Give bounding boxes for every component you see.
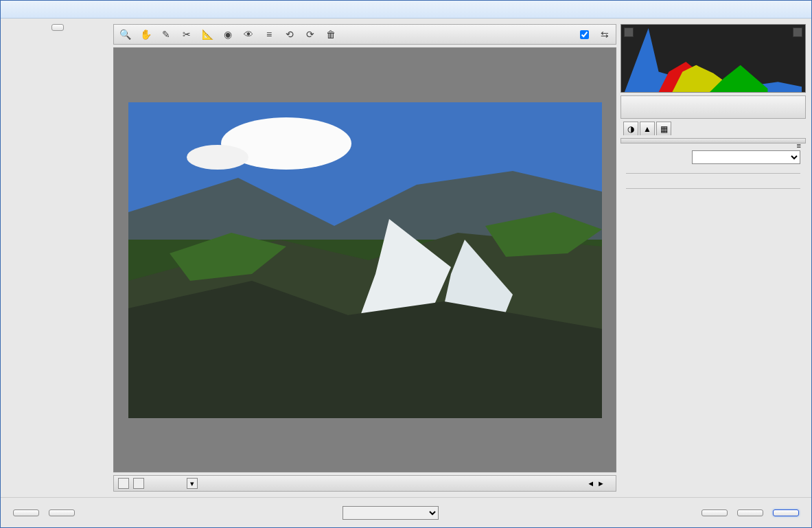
- tab-detail-icon[interactable]: ▦: [656, 122, 671, 135]
- toolbar: 🔍 ✋ ✎ ✂ 📐 ◉ 👁 ≡ ⟲ ⟳ 🗑 ⇆: [113, 24, 616, 45]
- reset-button[interactable]: [737, 509, 763, 516]
- titlebar[interactable]: [1, 1, 811, 19]
- settings-panel: ◑ ▲ ▦ ≡: [620, 24, 806, 492]
- zoom-bar: ▾ ◄ ►: [113, 475, 616, 492]
- depth-select[interactable]: [343, 506, 439, 520]
- shadow-clip-toggle-icon[interactable]: [624, 27, 634, 37]
- app-window: 🔍 ✋ ✎ ✂ 📐 ◉ 👁 ≡ ⟲ ⟳ 🗑 ⇆: [0, 0, 812, 528]
- panel-tabs: ◑ ▲ ▦: [620, 122, 806, 135]
- done-button[interactable]: [701, 509, 728, 516]
- tab-curve-icon[interactable]: ▲: [640, 122, 655, 135]
- preview-area[interactable]: [113, 47, 616, 472]
- hand-tool-icon[interactable]: ✋: [139, 27, 152, 41]
- wb-picker-icon[interactable]: ✎: [159, 27, 173, 41]
- panel-header: ≡: [620, 138, 806, 144]
- highlight-clip-toggle-icon[interactable]: [793, 27, 802, 37]
- redeye-tool-icon[interactable]: 👁: [242, 27, 255, 41]
- wb-select[interactable]: [692, 150, 800, 164]
- help-button[interactable]: [13, 509, 39, 516]
- main-area: 🔍 ✋ ✎ ✂ 📐 ◉ 👁 ≡ ⟲ ⟳ 🗑 ⇆: [113, 24, 616, 492]
- straighten-tool-icon[interactable]: 📐: [200, 27, 214, 41]
- prev-image-button[interactable]: ◄: [587, 479, 594, 487]
- preview-toggle[interactable]: [580, 30, 591, 39]
- zoom-tool-icon[interactable]: 🔍: [118, 27, 132, 41]
- exif-readout: [620, 95, 806, 119]
- rotate-cw-icon[interactable]: ⟳: [303, 27, 317, 41]
- preview-image: [128, 102, 602, 418]
- thumbnail-list[interactable]: [6, 35, 109, 492]
- histogram[interactable]: [620, 24, 806, 93]
- open-copy-button[interactable]: [773, 509, 799, 516]
- tab-basic-icon[interactable]: ◑: [623, 122, 638, 135]
- select-rated-button[interactable]: [51, 24, 64, 31]
- zoom-out-button[interactable]: [118, 478, 129, 489]
- svg-point-2: [187, 145, 248, 170]
- spot-tool-icon[interactable]: ◉: [221, 27, 235, 41]
- crop-tool-icon[interactable]: ✂: [180, 27, 194, 41]
- save-image-button[interactable]: [49, 509, 75, 516]
- filmstrip-panel: [6, 24, 109, 492]
- fullscreen-icon[interactable]: ⇆: [598, 27, 612, 41]
- trash-icon[interactable]: 🗑: [324, 27, 338, 41]
- prefs-icon[interactable]: ≡: [262, 27, 276, 41]
- zoom-dropdown-icon[interactable]: ▾: [187, 478, 198, 489]
- footer: [1, 497, 811, 527]
- rotate-ccw-icon[interactable]: ⟲: [283, 27, 297, 41]
- basic-settings: [620, 146, 806, 492]
- zoom-in-button[interactable]: [133, 478, 144, 489]
- panel-menu-icon[interactable]: ≡: [797, 141, 801, 150]
- next-image-button[interactable]: ►: [597, 479, 605, 487]
- preview-checkbox[interactable]: [580, 30, 589, 39]
- content-area: 🔍 ✋ ✎ ✂ 📐 ◉ 👁 ≡ ⟲ ⟳ 🗑 ⇆: [1, 19, 811, 497]
